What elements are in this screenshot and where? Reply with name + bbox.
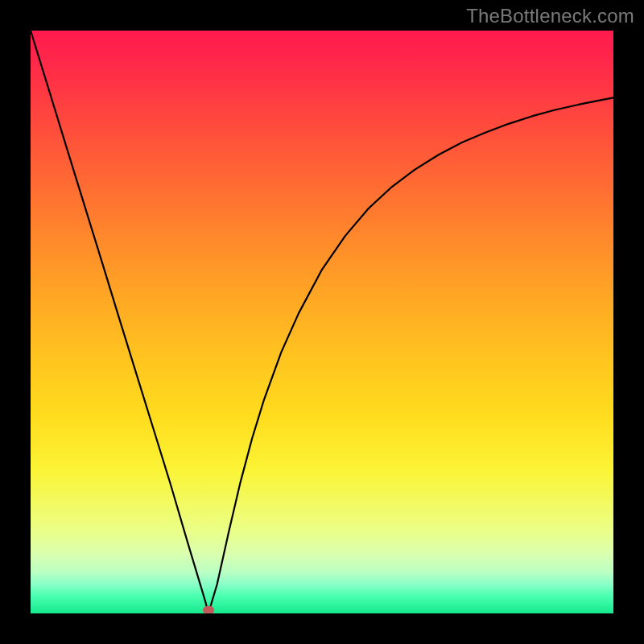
chart-frame: TheBottleneck.com [0, 0, 644, 644]
plot-area [31, 31, 613, 613]
watermark-label: TheBottleneck.com [466, 5, 634, 27]
optimal-marker [203, 606, 214, 613]
bottleneck-curve [31, 31, 613, 613]
